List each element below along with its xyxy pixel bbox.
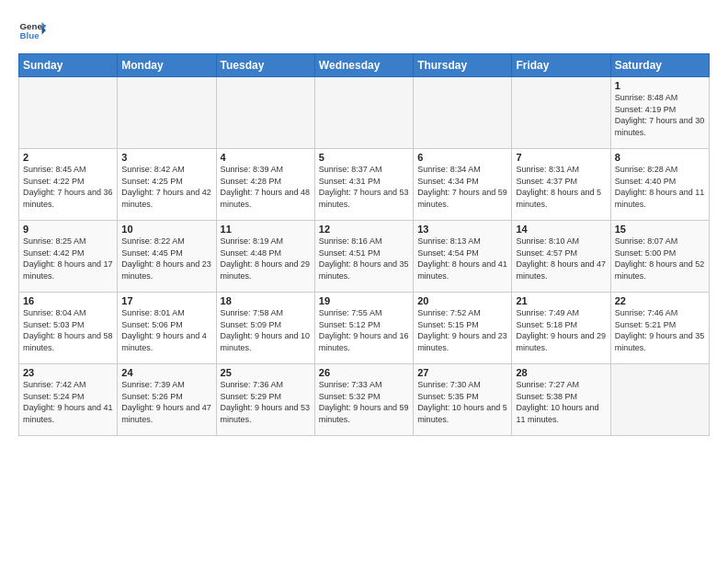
day-number: 14	[516, 224, 606, 235]
calendar-cell: 15Sunrise: 8:07 AM Sunset: 5:00 PM Dayli…	[610, 221, 709, 293]
page: General Blue SundayMondayTuesdayWednesda…	[0, 0, 728, 563]
day-number: 25	[221, 367, 311, 378]
day-info: Sunrise: 7:46 AM Sunset: 5:21 PM Dayligh…	[615, 307, 705, 353]
day-number: 3	[121, 152, 211, 163]
day-info: Sunrise: 8:48 AM Sunset: 4:19 PM Dayligh…	[615, 92, 705, 138]
calendar-cell: 10Sunrise: 8:22 AM Sunset: 4:45 PM Dayli…	[118, 221, 216, 293]
day-number: 22	[615, 295, 705, 306]
calendar-cell: 17Sunrise: 8:01 AM Sunset: 5:06 PM Dayli…	[118, 293, 216, 364]
week-row-2: 9Sunrise: 8:25 AM Sunset: 4:42 PM Daylig…	[19, 221, 710, 293]
day-number: 1	[615, 80, 705, 91]
calendar-cell	[314, 77, 413, 149]
calendar-cell: 13Sunrise: 8:13 AM Sunset: 4:54 PM Dayli…	[414, 221, 512, 293]
day-info: Sunrise: 7:27 AM Sunset: 5:38 PM Dayligh…	[516, 379, 606, 425]
day-info: Sunrise: 8:31 AM Sunset: 4:37 PM Dayligh…	[516, 164, 606, 210]
day-info: Sunrise: 8:10 AM Sunset: 4:57 PM Dayligh…	[516, 236, 606, 282]
week-row-1: 2Sunrise: 8:45 AM Sunset: 4:22 PM Daylig…	[19, 149, 710, 221]
day-info: Sunrise: 8:45 AM Sunset: 4:22 PM Dayligh…	[23, 164, 113, 210]
day-info: Sunrise: 8:39 AM Sunset: 4:28 PM Dayligh…	[221, 164, 311, 210]
calendar-cell: 27Sunrise: 7:30 AM Sunset: 5:35 PM Dayli…	[414, 364, 512, 436]
calendar-cell	[512, 77, 610, 149]
calendar-cell: 6Sunrise: 8:34 AM Sunset: 4:34 PM Daylig…	[414, 149, 512, 221]
calendar-cell: 11Sunrise: 8:19 AM Sunset: 4:48 PM Dayli…	[216, 221, 314, 293]
day-info: Sunrise: 7:55 AM Sunset: 5:12 PM Dayligh…	[319, 307, 409, 353]
calendar-cell	[216, 77, 314, 149]
week-row-4: 23Sunrise: 7:42 AM Sunset: 5:24 PM Dayli…	[19, 364, 710, 436]
weekday-header-sunday: Sunday	[19, 54, 118, 77]
day-info: Sunrise: 8:19 AM Sunset: 4:48 PM Dayligh…	[221, 236, 311, 282]
calendar-cell	[19, 77, 118, 149]
calendar-cell: 4Sunrise: 8:39 AM Sunset: 4:28 PM Daylig…	[216, 149, 314, 221]
weekday-header-thursday: Thursday	[414, 54, 512, 77]
weekday-header-wednesday: Wednesday	[314, 54, 413, 77]
day-number: 8	[615, 152, 705, 163]
day-number: 12	[319, 224, 409, 235]
calendar-cell	[414, 77, 512, 149]
calendar-cell: 22Sunrise: 7:46 AM Sunset: 5:21 PM Dayli…	[610, 293, 709, 364]
day-number: 21	[516, 295, 606, 306]
week-row-0: 1Sunrise: 8:48 AM Sunset: 4:19 PM Daylig…	[19, 77, 710, 149]
day-number: 23	[23, 367, 113, 378]
calendar-cell	[118, 77, 216, 149]
calendar-cell: 1Sunrise: 8:48 AM Sunset: 4:19 PM Daylig…	[610, 77, 709, 149]
day-info: Sunrise: 8:28 AM Sunset: 4:40 PM Dayligh…	[615, 164, 705, 210]
day-info: Sunrise: 7:30 AM Sunset: 5:35 PM Dayligh…	[417, 379, 507, 425]
calendar-cell: 16Sunrise: 8:04 AM Sunset: 5:03 PM Dayli…	[19, 293, 118, 364]
calendar-cell	[610, 364, 709, 436]
day-info: Sunrise: 8:42 AM Sunset: 4:25 PM Dayligh…	[121, 164, 211, 210]
calendar-cell: 23Sunrise: 7:42 AM Sunset: 5:24 PM Dayli…	[19, 364, 118, 436]
calendar: SundayMondayTuesdayWednesdayThursdayFrid…	[18, 53, 710, 436]
day-number: 9	[23, 224, 113, 235]
day-info: Sunrise: 8:37 AM Sunset: 4:31 PM Dayligh…	[319, 164, 409, 210]
day-number: 11	[221, 224, 311, 235]
calendar-cell: 24Sunrise: 7:39 AM Sunset: 5:26 PM Dayli…	[118, 364, 216, 436]
day-number: 18	[221, 295, 311, 306]
weekday-header-row: SundayMondayTuesdayWednesdayThursdayFrid…	[19, 54, 710, 77]
weekday-header-saturday: Saturday	[610, 54, 709, 77]
weekday-header-friday: Friday	[512, 54, 610, 77]
day-number: 2	[23, 152, 113, 163]
day-info: Sunrise: 7:52 AM Sunset: 5:15 PM Dayligh…	[417, 307, 507, 353]
day-number: 15	[615, 224, 705, 235]
day-info: Sunrise: 7:49 AM Sunset: 5:18 PM Dayligh…	[516, 307, 606, 353]
calendar-cell: 20Sunrise: 7:52 AM Sunset: 5:15 PM Dayli…	[414, 293, 512, 364]
day-number: 7	[516, 152, 606, 163]
day-number: 13	[417, 224, 507, 235]
week-row-3: 16Sunrise: 8:04 AM Sunset: 5:03 PM Dayli…	[19, 293, 710, 364]
day-info: Sunrise: 8:22 AM Sunset: 4:45 PM Dayligh…	[121, 236, 211, 282]
day-info: Sunrise: 7:33 AM Sunset: 5:32 PM Dayligh…	[319, 379, 409, 425]
calendar-cell: 14Sunrise: 8:10 AM Sunset: 4:57 PM Dayli…	[512, 221, 610, 293]
day-info: Sunrise: 7:42 AM Sunset: 5:24 PM Dayligh…	[23, 379, 113, 425]
header: General Blue	[18, 17, 710, 44]
day-number: 20	[417, 295, 507, 306]
day-info: Sunrise: 7:39 AM Sunset: 5:26 PM Dayligh…	[121, 379, 211, 425]
day-info: Sunrise: 7:58 AM Sunset: 5:09 PM Dayligh…	[221, 307, 311, 353]
calendar-cell: 19Sunrise: 7:55 AM Sunset: 5:12 PM Dayli…	[314, 293, 413, 364]
calendar-cell: 8Sunrise: 8:28 AM Sunset: 4:40 PM Daylig…	[610, 149, 709, 221]
svg-text:Blue: Blue	[20, 30, 40, 40]
day-number: 5	[319, 152, 409, 163]
calendar-cell: 21Sunrise: 7:49 AM Sunset: 5:18 PM Dayli…	[512, 293, 610, 364]
calendar-cell: 28Sunrise: 7:27 AM Sunset: 5:38 PM Dayli…	[512, 364, 610, 436]
calendar-cell: 7Sunrise: 8:31 AM Sunset: 4:37 PM Daylig…	[512, 149, 610, 221]
logo: General Blue	[18, 17, 48, 44]
day-info: Sunrise: 8:04 AM Sunset: 5:03 PM Dayligh…	[23, 307, 113, 353]
calendar-cell: 12Sunrise: 8:16 AM Sunset: 4:51 PM Dayli…	[314, 221, 413, 293]
logo-icon: General Blue	[18, 17, 46, 44]
day-number: 4	[221, 152, 311, 163]
calendar-cell: 2Sunrise: 8:45 AM Sunset: 4:22 PM Daylig…	[19, 149, 118, 221]
day-info: Sunrise: 8:16 AM Sunset: 4:51 PM Dayligh…	[319, 236, 409, 282]
calendar-cell: 25Sunrise: 7:36 AM Sunset: 5:29 PM Dayli…	[216, 364, 314, 436]
calendar-cell: 3Sunrise: 8:42 AM Sunset: 4:25 PM Daylig…	[118, 149, 216, 221]
day-number: 24	[121, 367, 211, 378]
day-number: 16	[23, 295, 113, 306]
day-info: Sunrise: 8:34 AM Sunset: 4:34 PM Dayligh…	[417, 164, 507, 210]
day-number: 26	[319, 367, 409, 378]
day-info: Sunrise: 8:13 AM Sunset: 4:54 PM Dayligh…	[417, 236, 507, 282]
day-number: 19	[319, 295, 409, 306]
day-number: 27	[417, 367, 507, 378]
weekday-header-monday: Monday	[118, 54, 216, 77]
day-info: Sunrise: 8:01 AM Sunset: 5:06 PM Dayligh…	[121, 307, 211, 353]
calendar-cell: 5Sunrise: 8:37 AM Sunset: 4:31 PM Daylig…	[314, 149, 413, 221]
day-info: Sunrise: 8:25 AM Sunset: 4:42 PM Dayligh…	[23, 236, 113, 282]
